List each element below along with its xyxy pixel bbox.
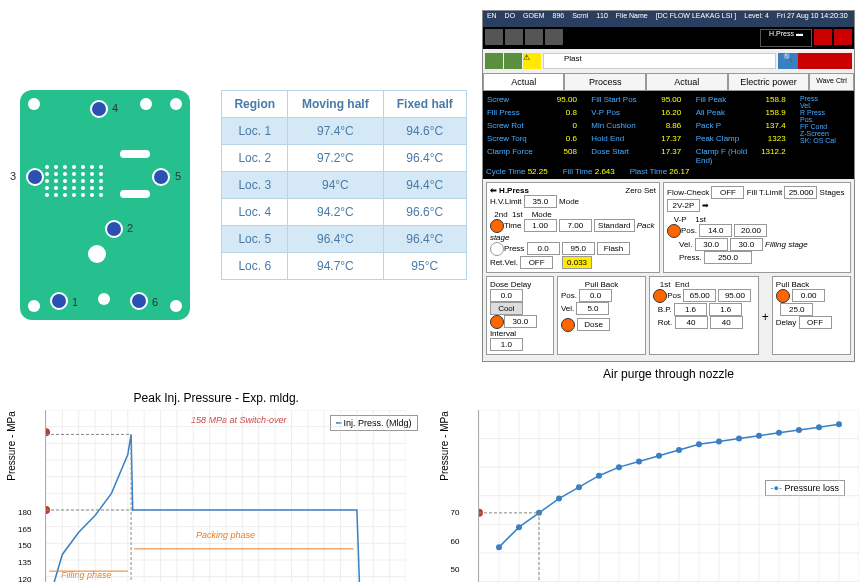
svg-point-76 xyxy=(556,496,562,502)
svg-point-81 xyxy=(656,453,662,459)
temperature-table: Region Moving half Fixed half Loc. 197.4… xyxy=(221,10,466,381)
svg-point-73 xyxy=(496,544,502,550)
table-cell: 97.4°C xyxy=(288,118,383,145)
dose-panel: Dose Delay 0.0 Cool 30.0 Interval 1.0 xyxy=(486,276,554,355)
tab-electric[interactable]: Electric power xyxy=(728,73,810,91)
svg-point-74 xyxy=(516,524,522,530)
hmi-screen: ENDOGOEM896Scrnl110File Name[DC FLOW LEA… xyxy=(482,10,855,362)
table-cell: 94.7°C xyxy=(288,253,383,280)
toolbar-btn[interactable] xyxy=(525,29,543,45)
table-cell: 96.6°C xyxy=(383,199,466,226)
warning-icon[interactable]: ⚠ xyxy=(523,53,541,69)
svg-point-78 xyxy=(596,473,602,479)
svg-point-86 xyxy=(756,433,762,439)
table-cell: Loc. 2 xyxy=(222,145,288,172)
toolbar-btn[interactable] xyxy=(814,29,832,45)
svg-point-80 xyxy=(636,458,642,464)
search-icon[interactable]: 🔍 xyxy=(778,53,798,69)
svg-point-83 xyxy=(696,441,702,447)
svg-point-77 xyxy=(576,484,582,490)
hmi-toolbar: H.Press ▬ xyxy=(483,27,854,49)
svg-point-36 xyxy=(46,428,50,436)
table-cell: Loc. 6 xyxy=(222,253,288,280)
table-cell: Loc. 1 xyxy=(222,118,288,145)
table-cell: 94°C xyxy=(288,172,383,199)
tab-process[interactable]: Process xyxy=(564,73,646,91)
pressure-time-chart: Peak Inj. Pressure - Exp. mldg. Pressure… xyxy=(10,391,423,582)
table-cell: 95°C xyxy=(383,253,466,280)
svg-point-79 xyxy=(616,464,622,470)
table-cell: 94.2°C xyxy=(288,199,383,226)
time-indicator xyxy=(490,219,504,233)
svg-point-88 xyxy=(796,427,802,433)
hmi-menubar: ENDOGOEM896Scrnl110File Name[DC FLOW LEA… xyxy=(483,11,854,27)
table-cell: 97.2°C xyxy=(288,145,383,172)
tool-icon[interactable] xyxy=(816,53,834,69)
svg-point-85 xyxy=(736,436,742,442)
hpress-display: H.Press ▬ xyxy=(760,29,812,47)
pullback-mid-panel: 1st End Pos 65.00 95.00 B.P. 1.6 1.6 Rot… xyxy=(649,276,759,355)
table-cell: 96.4°C xyxy=(383,226,466,253)
pullback1-panel: Pull Back Pos. 0.0 Vel. 5.0 Dose xyxy=(557,276,646,355)
nav-fwd-icon[interactable] xyxy=(504,53,522,69)
table-cell: Loc. 4 xyxy=(222,199,288,226)
tool-icon[interactable] xyxy=(798,53,816,69)
svg-point-89 xyxy=(816,424,822,430)
tab-actual2[interactable]: Actual xyxy=(646,73,728,91)
svg-point-84 xyxy=(716,438,722,444)
toolbar-btn[interactable] xyxy=(834,29,852,45)
pcb-diagram: 4 3 5 2 1 6 xyxy=(10,10,206,381)
table-cell: 96.4°C xyxy=(383,145,466,172)
svg-point-90 xyxy=(836,421,842,427)
hmi-caption: Air purge through nozzle xyxy=(482,367,855,381)
pullback2-panel: Pull Back 0.00 25.0 Delay OFF xyxy=(772,276,851,355)
svg-point-82 xyxy=(676,447,682,453)
tab-actual[interactable]: Actual xyxy=(483,73,565,91)
svg-point-87 xyxy=(776,430,782,436)
pressure-speed-chart: Pressure - MPa Inj. Speed - mm/sec -●- P… xyxy=(443,391,856,582)
tool-icon[interactable] xyxy=(834,53,852,69)
search-input[interactable]: Plast xyxy=(543,53,776,69)
table-cell: 94.6°C xyxy=(383,118,466,145)
nav-back-icon[interactable] xyxy=(485,53,503,69)
toolbar-btn[interactable] xyxy=(545,29,563,45)
table-cell: 96.4°C xyxy=(288,226,383,253)
table-cell: Loc. 5 xyxy=(222,226,288,253)
toolbar-btn[interactable] xyxy=(505,29,523,45)
tab-wave[interactable]: Wave Ctrl xyxy=(809,73,854,91)
toolbar-btn[interactable] xyxy=(485,29,503,45)
flowcheck-panel: Flow-Check OFF Fill T.Limit 25.000 Stage… xyxy=(663,182,851,273)
hpress-panel: ⬅ H.PressZero Set H.V.Limit 35.0 Mode 2n… xyxy=(486,182,660,273)
table-cell: Loc. 3 xyxy=(222,172,288,199)
table-cell: 94.4°C xyxy=(383,172,466,199)
